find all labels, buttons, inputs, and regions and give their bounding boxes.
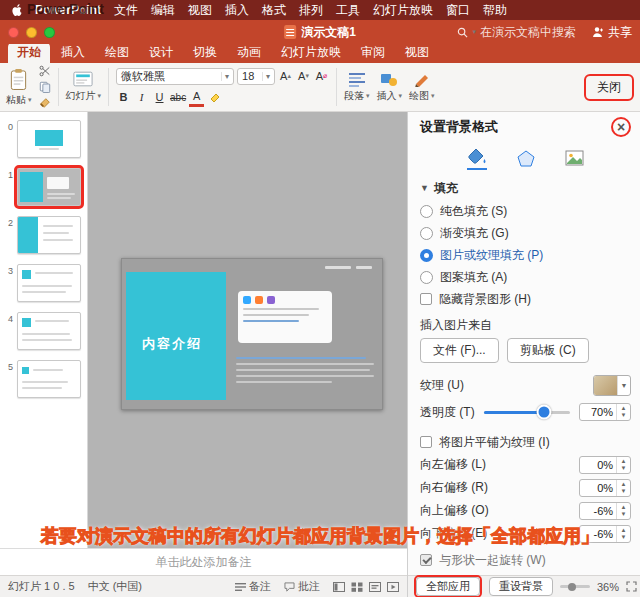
tab-design[interactable]: 设计: [140, 42, 182, 63]
font-color-button[interactable]: A: [189, 88, 204, 107]
slide-thumbnail-4[interactable]: [17, 312, 81, 350]
effects-tab[interactable]: [517, 150, 535, 169]
slide-thumbnail-2[interactable]: [17, 216, 81, 254]
slide-number: 5: [4, 362, 13, 372]
offset-right-stepper[interactable]: 0% ▲▼: [579, 479, 631, 497]
picture-icon: [565, 150, 584, 166]
radio-icon: [420, 271, 433, 284]
pane-close-button[interactable]: ×: [611, 117, 631, 137]
font-size-combo[interactable]: 18▾: [237, 68, 275, 85]
hide-background-checkbox[interactable]: 隐藏背景图形 (H): [408, 288, 640, 310]
apply-all-button[interactable]: 全部应用: [416, 577, 480, 596]
fill-tab[interactable]: [467, 148, 487, 170]
shrink-font-button[interactable]: A▾: [296, 68, 311, 84]
comments-toggle[interactable]: 批注: [284, 579, 320, 594]
offset-bottom-stepper[interactable]: -6% ▲▼: [579, 525, 631, 543]
option-gradient-fill[interactable]: 渐变填充 (G): [408, 222, 640, 244]
strikethrough-button[interactable]: abc: [170, 89, 186, 105]
current-slide[interactable]: 内容介绍: [121, 258, 383, 410]
slide-thumbnail-5[interactable]: [17, 360, 81, 398]
format-painter-button[interactable]: [39, 97, 51, 109]
menu-item-help[interactable]: 帮助: [483, 2, 507, 19]
reading-view-icon[interactable]: [369, 582, 381, 592]
chevron-down-icon: ▾: [262, 72, 270, 81]
picture-tab[interactable]: [565, 150, 584, 168]
option-picture-texture-fill[interactable]: 图片或纹理填充 (P): [408, 244, 640, 266]
menu-item-view[interactable]: 视图: [188, 2, 212, 19]
menu-item-insert[interactable]: 插入: [225, 2, 249, 19]
menu-item-slideshow[interactable]: 幻灯片放映: [373, 2, 433, 19]
slide-number: 1: [4, 170, 13, 180]
normal-view-icon[interactable]: [333, 582, 345, 592]
slide-paragraph: [236, 353, 376, 383]
insert-button[interactable]: 插入▾: [377, 72, 403, 103]
tile-as-texture-checkbox[interactable]: 将图片平铺为纹理 (I): [408, 431, 640, 453]
draw-button[interactable]: 绘图▾: [409, 72, 435, 103]
slideshow-view-icon[interactable]: [387, 582, 399, 592]
share-button[interactable]: 共享: [592, 24, 632, 41]
offset-left-stepper[interactable]: 0% ▲▼: [579, 456, 631, 474]
highlight-button[interactable]: [207, 89, 222, 105]
tab-draw[interactable]: 绘图: [96, 42, 138, 63]
slide-thumbnail-0[interactable]: [17, 120, 81, 158]
italic-button[interactable]: I: [134, 89, 149, 105]
notes-toggle[interactable]: 备注: [235, 579, 271, 594]
search-field[interactable]: ▾ 在演示文稿中搜索: [457, 24, 576, 41]
slide-thumbnail-3[interactable]: [17, 264, 81, 302]
menu-item-format[interactable]: 格式: [262, 2, 286, 19]
menu-item-window[interactable]: 窗口: [446, 2, 470, 19]
tab-view[interactable]: 视图: [396, 42, 438, 63]
menu-item-tools[interactable]: 工具: [336, 2, 360, 19]
transparency-slider[interactable]: [484, 411, 570, 414]
slide-number: 4: [4, 314, 13, 324]
slide-sorter-view-icon[interactable]: [351, 582, 363, 592]
offset-top-stepper[interactable]: -6% ▲▼: [579, 502, 631, 520]
zoom-window-button[interactable]: [44, 27, 55, 38]
fit-to-window-icon[interactable]: [626, 581, 637, 592]
pen-icon: [413, 72, 431, 87]
stepper-down-icon: ▼: [621, 465, 627, 472]
offset-left-label: 向左偏移 (L): [420, 456, 486, 473]
tab-transitions[interactable]: 切换: [184, 42, 226, 63]
zoom-slider[interactable]: [560, 585, 590, 588]
radio-icon: [420, 227, 433, 240]
file-button[interactable]: 文件 (F)...: [420, 338, 499, 363]
menu-item-arrange[interactable]: 排列: [299, 2, 323, 19]
clipboard-button[interactable]: 剪贴板 (C): [507, 338, 589, 363]
texture-swatch-dropdown[interactable]: ▼: [593, 375, 631, 396]
tab-animations[interactable]: 动画: [228, 42, 270, 63]
grow-font-button[interactable]: A▴: [278, 68, 293, 84]
option-pattern-fill[interactable]: 图案填充 (A): [408, 266, 640, 288]
menu-item-edit[interactable]: 编辑: [151, 2, 175, 19]
zoom-value[interactable]: 36%: [597, 581, 619, 593]
disclosure-triangle-icon[interactable]: ▼: [420, 183, 429, 193]
transparency-stepper[interactable]: 70% ▲▼: [579, 403, 631, 421]
paste-button[interactable]: 粘贴▾: [6, 68, 32, 107]
tab-review[interactable]: 审阅: [352, 42, 394, 63]
font-name-combo[interactable]: 微软雅黑▾: [116, 68, 234, 85]
close-window-button[interactable]: [8, 27, 19, 38]
paragraph-button[interactable]: 段落▾: [344, 72, 370, 103]
slider-thumb[interactable]: [537, 405, 552, 420]
option-solid-fill[interactable]: 纯色填充 (S): [408, 200, 640, 222]
rotate-with-shape-checkbox[interactable]: 与形状一起旋转 (W): [408, 549, 640, 571]
cut-button[interactable]: [39, 65, 51, 77]
close-pane-ribbon-button[interactable]: 关闭: [584, 74, 634, 101]
underline-button[interactable]: U: [152, 89, 167, 105]
tab-insert[interactable]: 插入: [52, 42, 94, 63]
menu-item-file[interactable]: 文件: [114, 2, 138, 19]
reset-background-button[interactable]: 重设背景: [489, 577, 553, 596]
notes-area[interactable]: 单击此处添加备注: [0, 548, 407, 575]
new-slide-button[interactable]: 幻灯片▾: [66, 71, 102, 103]
bold-button[interactable]: B: [116, 89, 131, 105]
apple-menu-icon[interactable]: [10, 3, 22, 17]
comment-icon: [284, 582, 295, 592]
slide-thumbnail-1-selected[interactable]: [17, 168, 81, 206]
minimize-window-button[interactable]: [26, 27, 37, 38]
menu-item-app[interactable]: PowerPoint: [35, 3, 101, 17]
slide-canvas[interactable]: 内容介绍: [88, 112, 407, 548]
clear-format-button[interactable]: A⌀: [314, 68, 329, 84]
tab-home[interactable]: 开始: [8, 42, 50, 63]
tab-slideshow[interactable]: 幻灯片放映: [272, 42, 350, 63]
copy-button[interactable]: [39, 81, 51, 93]
